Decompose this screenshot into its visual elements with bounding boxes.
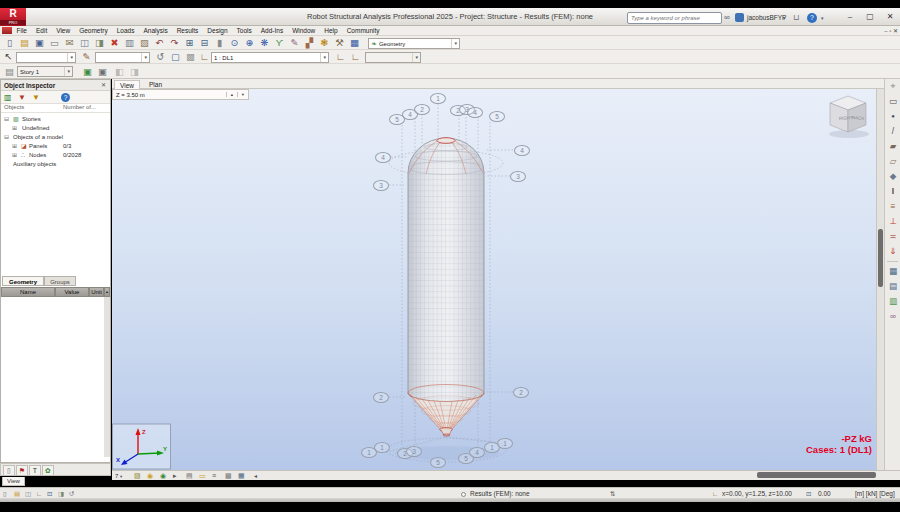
axis-bubble[interactable]: 4 (467, 107, 483, 118)
tree-row-panels[interactable]: ⊞ ◪ Panels 0/3 (1, 142, 110, 151)
help-caret-icon[interactable]: ▾ (821, 12, 824, 24)
axis-bubble[interactable]: 1 (374, 442, 390, 453)
table-format-icon[interactable]: ⊟ (197, 36, 212, 49)
story-up-icon[interactable]: ◧ (112, 65, 127, 78)
tab-view[interactable]: View (114, 80, 140, 89)
zoom-icon[interactable]: ⊙ (227, 36, 242, 49)
menu-file[interactable]: File (12, 26, 31, 36)
display-settings-icon[interactable]: ❋ (257, 36, 272, 49)
export-icon[interactable]: ✉ (62, 36, 77, 49)
expand-icon[interactable]: ⊞ (12, 124, 17, 133)
support-tool-icon[interactable]: ⊥ (885, 214, 900, 229)
story-down-icon[interactable]: ◨ (127, 65, 142, 78)
inspector-sort-icon[interactable]: ▼ (32, 93, 40, 102)
view-window-icon[interactable]: ▢ (168, 50, 183, 63)
shade-view-icon[interactable]: ▩ (183, 50, 198, 63)
load-case-combo[interactable]: 1 : DL1 ▾ (211, 52, 329, 63)
menu-analysis[interactable]: Analysis (139, 26, 172, 36)
options-icon[interactable]: ❃ (317, 36, 332, 49)
inspector-help-icon[interactable]: ? (61, 93, 70, 102)
axis-bubble[interactable]: 3 (373, 180, 389, 191)
material-icon[interactable]: ≡ (885, 199, 900, 214)
axis-bubble[interactable]: 5 (489, 111, 505, 122)
paste-icon[interactable]: ▨ (137, 36, 152, 49)
inspector-close-icon[interactable]: ✕ (101, 81, 106, 88)
menu-edit[interactable]: Edit (31, 26, 51, 36)
username-label[interactable]: jacobusBFYP (747, 13, 786, 23)
open-file-icon[interactable]: ▤ (17, 36, 32, 49)
table-icon[interactable]: ⊞ (182, 36, 197, 49)
load-definition-icon[interactable]: ∟ (333, 50, 348, 63)
design-pencil-icon[interactable]: ✎ (287, 36, 302, 49)
pan-icon[interactable]: ▨ (134, 471, 141, 481)
tab-plan[interactable]: Plan (144, 80, 167, 89)
strip-collapse-icon[interactable]: ◂ (254, 471, 257, 481)
tree-row-nodes[interactable]: ⊞ ∴ Nodes 0/2028 (1, 151, 110, 160)
flag-icon[interactable]: ⚑ (16, 465, 28, 476)
axis-bubble[interactable]: 5 (430, 457, 446, 468)
zoom-in-icon[interactable]: ⊕ (242, 36, 257, 49)
vscroll-thumb[interactable] (878, 229, 883, 287)
search-box[interactable] (627, 12, 722, 24)
viewport-vscrollbar[interactable] (876, 89, 884, 470)
z-level-selector[interactable]: Z = 3.50 m ▴ ▾ (112, 89, 249, 100)
inspector-tab-geometry[interactable]: Geometry (2, 276, 44, 286)
axis-bubble[interactable]: 2 (513, 387, 529, 398)
layout-grid-icon[interactable]: ▦ (347, 36, 362, 49)
help-icon[interactable]: ? (807, 13, 817, 23)
user-caret-icon[interactable]: ▾ (783, 12, 786, 24)
layout-selector-combo[interactable]: ❧ Geometry ▾ (368, 38, 460, 49)
search-input[interactable] (628, 15, 721, 21)
close-button[interactable]: ✕ (882, 10, 898, 24)
print-icon[interactable]: ▭ (47, 36, 62, 49)
orbit-icon[interactable]: ↺ (153, 50, 168, 63)
undo-icon[interactable]: ↶ (152, 36, 167, 49)
user-avatar[interactable] (735, 13, 744, 22)
axis-bubble[interactable]: 3 (510, 171, 526, 182)
tree-row-objects-model[interactable]: ⊟ Objects of a model (1, 133, 110, 142)
store-cart-icon[interactable]: ⊔ (793, 12, 799, 24)
axis-bubble[interactable]: 1 (497, 438, 513, 449)
lock-icon[interactable]: ▮ (212, 36, 227, 49)
grid-col-unit[interactable]: Unit (89, 287, 104, 297)
collapse-icon[interactable]: ⊟ (4, 115, 9, 124)
load-table-toolbar-icon[interactable]: ∟ (348, 50, 363, 63)
mdi-minimize-button[interactable]: – (884, 28, 887, 34)
z-down-icon[interactable]: ▾ (237, 92, 248, 97)
page-setup-icon[interactable]: ▭ (199, 471, 206, 481)
new-file-icon[interactable]: ▯ (2, 36, 17, 49)
grid-col-name[interactable]: Name (1, 287, 55, 297)
maximize-button[interactable]: ▢ (862, 10, 878, 24)
zoom-all-icon[interactable]: ◉ (160, 471, 166, 481)
screen-capture-icon[interactable]: ◨ (92, 36, 107, 49)
render-mode-icon[interactable]: ▦ (238, 471, 245, 481)
menu-view[interactable]: View (52, 26, 75, 36)
save-icon[interactable]: ▣ (32, 36, 47, 49)
panel-tool-icon[interactable]: ▰ (885, 139, 900, 154)
tree-row-undefined[interactable]: ⊞ Undefined (1, 124, 110, 133)
cladding-tool-icon[interactable]: ▱ (885, 154, 900, 169)
menu-loads[interactable]: Loads (112, 26, 139, 36)
new-inspector-doc-icon[interactable]: ▯ (3, 465, 15, 476)
tools-wrench-icon[interactable]: ⚒ (332, 36, 347, 49)
combination-table-icon[interactable]: ▤ (885, 279, 900, 294)
menu-geometry[interactable]: Geometry (75, 26, 113, 36)
edit-selection-icon[interactable]: ✎ (79, 50, 94, 63)
mode-combo[interactable]: ▾ (365, 52, 421, 63)
collapse-icon[interactable]: ⊟ (4, 133, 9, 142)
axis-definition-icon[interactable]: ▭ (885, 94, 900, 109)
menu-window[interactable]: Window (288, 26, 320, 36)
axis-bubble[interactable]: 4 (514, 145, 530, 156)
delete-icon[interactable]: ✖ (107, 36, 122, 49)
solid-tool-icon[interactable]: ◆ (885, 169, 900, 184)
grid-scroll-up-icon[interactable]: ▲ (104, 287, 110, 297)
bar-tool-icon[interactable]: / (885, 124, 900, 139)
shade-mode-icon[interactable]: ▩ (225, 471, 232, 481)
story-selector-combo[interactable]: Story 1 ▾ (17, 66, 73, 77)
tree-row-auxiliary[interactable]: Auxiliary objects (1, 160, 110, 169)
menu-community[interactable]: Community (342, 26, 384, 36)
viewport[interactable]: RIGHT BACK Z Y X 1 4 2 2 3 4 5 5 4 4 (112, 89, 876, 470)
bottom-tab-view[interactable]: View (2, 477, 25, 486)
grid-display-icon[interactable]: ▤ (186, 471, 193, 481)
viewport-hscrollbar[interactable] (757, 472, 876, 478)
